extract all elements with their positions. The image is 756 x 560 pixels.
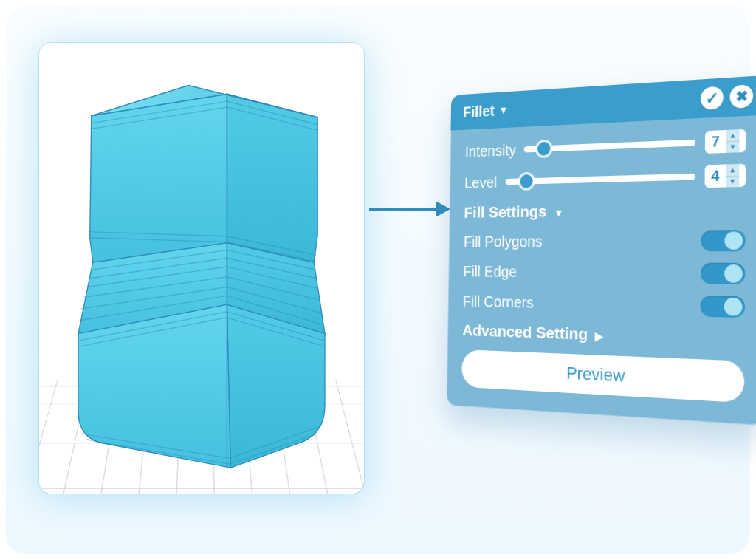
- level-value: 4: [704, 164, 726, 188]
- app-canvas: Fillet ▼ ✓ ✖ Intensity: [6, 6, 750, 554]
- preview-label: Preview: [566, 363, 625, 386]
- fill-polygons-toggle[interactable]: [701, 230, 745, 251]
- chevron-down-icon: ▼: [554, 206, 564, 219]
- stepper-down-icon[interactable]: ▼: [726, 141, 740, 153]
- fill-settings-label: Fill Settings: [464, 202, 546, 221]
- model-svg: [61, 65, 342, 471]
- fill-polygons-row: Fill Polygons: [464, 230, 746, 251]
- viewport-3d[interactable]: [39, 43, 364, 494]
- slider-thumb[interactable]: [537, 142, 551, 156]
- level-value-field[interactable]: 4 ▲ ▼: [704, 164, 746, 188]
- advanced-settings-section[interactable]: Advanced Setting ▶: [462, 321, 745, 349]
- fill-corners-toggle[interactable]: [701, 296, 745, 318]
- check-icon: ✓: [705, 88, 719, 108]
- preview-button[interactable]: Preview: [461, 349, 744, 403]
- slider-thumb[interactable]: [520, 174, 533, 188]
- close-icon: ✖: [735, 87, 748, 106]
- fillet-panel-wrap: Fillet ▼ ✓ ✖ Intensity: [449, 95, 756, 405]
- intensity-value-field[interactable]: 7 ▲ ▼: [705, 129, 746, 154]
- advanced-label: Advanced Setting: [462, 321, 588, 343]
- chevron-right-icon: ▶: [595, 329, 603, 342]
- model-preview[interactable]: [61, 65, 342, 471]
- panel-title-dropdown[interactable]: Fillet ▼: [463, 101, 509, 121]
- stepper-up-icon[interactable]: ▲: [726, 164, 739, 177]
- level-slider[interactable]: [505, 174, 695, 185]
- toggle-knob: [724, 298, 743, 316]
- level-row: Level 4 ▲ ▼: [464, 164, 746, 194]
- confirm-button[interactable]: ✓: [701, 86, 724, 110]
- fill-edge-toggle[interactable]: [701, 263, 745, 284]
- panel-body: Intensity 7 ▲ ▼: [447, 115, 756, 426]
- panel-title: Fillet: [463, 102, 495, 120]
- fill-edge-label: Fill Edge: [463, 263, 517, 281]
- toggle-knob: [724, 264, 743, 283]
- level-label: Level: [464, 174, 497, 191]
- fill-corners-row: Fill Corners: [463, 291, 745, 318]
- intensity-row: Intensity 7 ▲ ▼: [465, 129, 746, 163]
- intensity-slider[interactable]: [524, 140, 695, 153]
- fill-edge-row: Fill Edge: [463, 262, 745, 284]
- panel-header-actions: ✓ ✖: [701, 84, 753, 110]
- stepper-down-icon[interactable]: ▼: [726, 176, 739, 187]
- fillet-panel: Fillet ▼ ✓ ✖ Intensity: [447, 75, 756, 426]
- chevron-down-icon: ▼: [498, 103, 508, 116]
- pointer-arrow: [369, 198, 450, 220]
- intensity-steppers[interactable]: ▲ ▼: [726, 129, 740, 153]
- level-steppers[interactable]: ▲ ▼: [726, 164, 739, 188]
- fill-settings-section[interactable]: Fill Settings ▼: [464, 199, 746, 222]
- intensity-value: 7: [705, 130, 726, 154]
- toggle-knob: [724, 231, 743, 250]
- intensity-label: Intensity: [465, 141, 516, 160]
- fill-corners-label: Fill Corners: [463, 293, 534, 312]
- close-button[interactable]: ✖: [729, 84, 753, 109]
- stepper-up-icon[interactable]: ▲: [726, 129, 740, 142]
- fill-polygons-label: Fill Polygons: [464, 233, 543, 250]
